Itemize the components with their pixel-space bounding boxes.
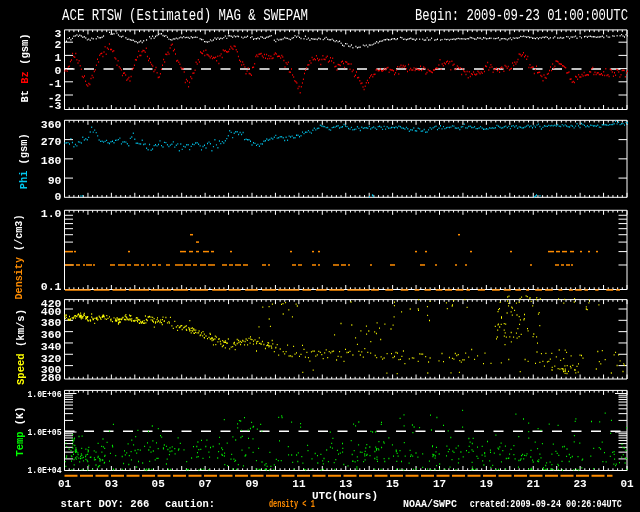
svg-text:created:2009-09-24 00:26:04UTC: created:2009-09-24 00:26:04UTC bbox=[470, 499, 622, 510]
svg-text:270: 270 bbox=[41, 135, 62, 148]
svg-text:0: 0 bbox=[55, 64, 62, 77]
svg-text:2: 2 bbox=[55, 38, 62, 51]
svg-text:Begin: 2009-09-23 01:00:00UTC: Begin: 2009-09-23 01:00:00UTC bbox=[415, 7, 628, 25]
svg-text:15: 15 bbox=[386, 478, 400, 490]
svg-text:19: 19 bbox=[480, 478, 493, 490]
svg-text:1: 1 bbox=[55, 51, 62, 64]
svg-text:NOAA/SWPC: NOAA/SWPC bbox=[403, 498, 457, 510]
svg-text:23: 23 bbox=[573, 478, 587, 490]
svg-text:05: 05 bbox=[152, 478, 166, 490]
svg-text:360: 360 bbox=[41, 118, 62, 131]
svg-text:1.0E+06: 1.0E+06 bbox=[28, 390, 62, 400]
svg-text:07: 07 bbox=[198, 478, 211, 490]
svg-text:1.0E+04: 1.0E+04 bbox=[28, 466, 63, 476]
svg-text:21: 21 bbox=[527, 478, 541, 490]
svg-text:11: 11 bbox=[292, 478, 306, 490]
svg-text:380: 380 bbox=[41, 316, 62, 329]
svg-text:-3: -3 bbox=[48, 99, 62, 112]
svg-text:90: 90 bbox=[48, 174, 62, 187]
svg-text:0: 0 bbox=[55, 190, 62, 203]
svg-text:Phi (gsm): Phi (gsm) bbox=[18, 133, 30, 189]
svg-text:280: 280 bbox=[41, 371, 62, 384]
svg-text:caution:: caution: bbox=[165, 498, 215, 510]
svg-text:density < 1: density < 1 bbox=[269, 499, 315, 510]
svg-text:17: 17 bbox=[433, 478, 446, 490]
svg-text:Density (/cm3): Density (/cm3) bbox=[13, 215, 25, 300]
svg-text:01: 01 bbox=[58, 478, 72, 490]
svg-text:01: 01 bbox=[620, 478, 634, 490]
svg-text:Speed (km/s): Speed (km/s) bbox=[15, 309, 27, 385]
svg-text:ACE RTSW (Estimated) MAG & SWE: ACE RTSW (Estimated) MAG & SWEPAM bbox=[62, 7, 308, 25]
svg-text:Temp (K): Temp (K) bbox=[14, 407, 26, 457]
svg-text:03: 03 bbox=[105, 478, 119, 490]
svg-text:0.1: 0.1 bbox=[41, 280, 62, 293]
svg-text:1.0: 1.0 bbox=[41, 207, 62, 220]
svg-text:UTC(hours): UTC(hours) bbox=[312, 490, 378, 502]
svg-text:09: 09 bbox=[245, 478, 258, 490]
svg-text:180: 180 bbox=[41, 154, 62, 167]
svg-text:start DOY: 266: start DOY: 266 bbox=[60, 498, 149, 510]
svg-text:Bt Bz (gsm): Bt Bz (gsm) bbox=[19, 34, 31, 103]
svg-text:13: 13 bbox=[339, 478, 353, 490]
svg-text:-1: -1 bbox=[48, 77, 62, 90]
svg-text:1.0E+05: 1.0E+05 bbox=[28, 428, 62, 438]
